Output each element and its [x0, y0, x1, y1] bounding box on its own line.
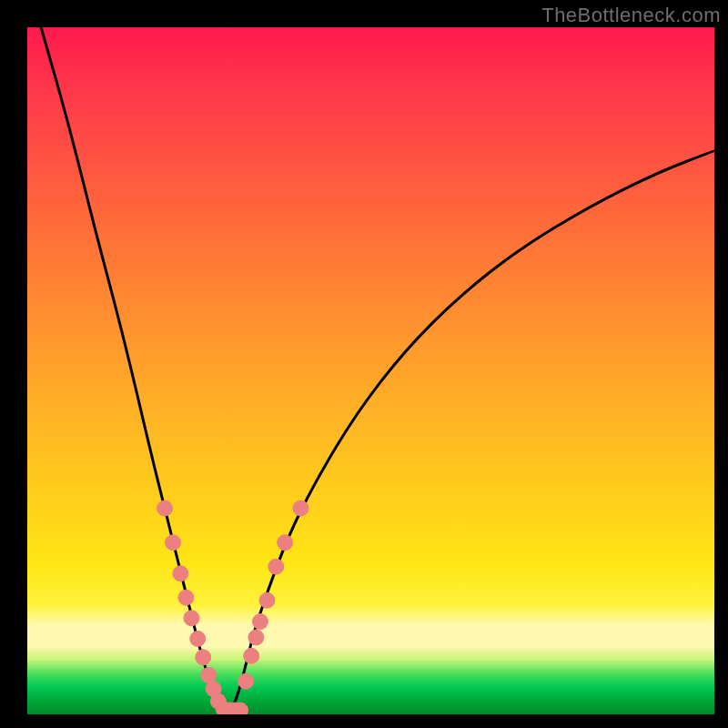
curve-right-arm	[230, 151, 714, 714]
marker-point	[278, 535, 293, 551]
marker-point	[196, 650, 211, 665]
marker-point	[166, 535, 181, 551]
chart-container: TheBottleneck.com	[0, 0, 728, 728]
marker-point	[201, 667, 217, 682]
marker-point	[190, 631, 206, 646]
marker-point	[233, 703, 248, 714]
data-markers	[157, 500, 308, 714]
chart-svg	[27, 27, 714, 714]
marker-point	[184, 611, 199, 626]
marker-point	[173, 566, 188, 581]
marker-point	[244, 648, 259, 663]
marker-point	[293, 500, 308, 516]
curve-left-arm	[41, 27, 225, 714]
marker-point	[259, 592, 275, 608]
marker-point	[178, 590, 194, 605]
marker-point	[252, 614, 268, 630]
marker-point	[248, 630, 264, 645]
marker-point	[238, 673, 254, 689]
curve-lines	[41, 27, 714, 714]
marker-point	[268, 559, 284, 574]
marker-point	[157, 500, 173, 516]
plot-area	[27, 27, 714, 714]
watermark-text: TheBottleneck.com	[541, 4, 721, 27]
